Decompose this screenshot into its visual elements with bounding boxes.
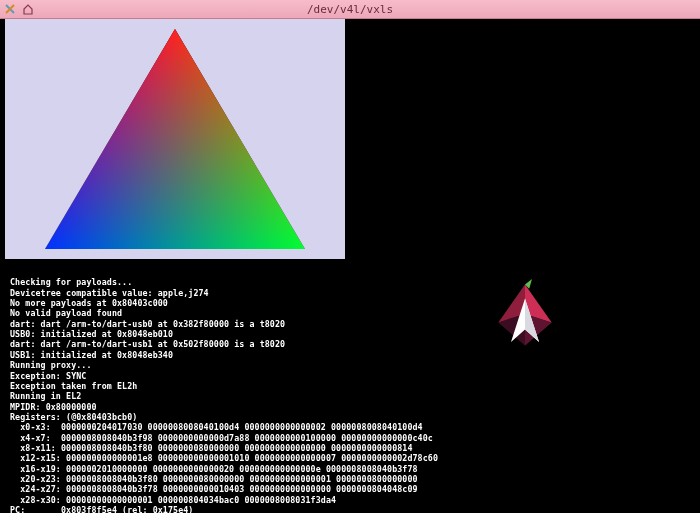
window-title: /dev/v4l/vxls	[0, 3, 700, 16]
window-menu-icon[interactable]	[4, 3, 16, 15]
gl-render-panel	[5, 19, 345, 259]
content-area: Checking for payloads... Devicetree comp…	[0, 19, 700, 513]
asahi-logo-icon	[490, 279, 560, 349]
titlebar: /dev/v4l/vxls	[0, 0, 700, 19]
console-output: Checking for payloads... Devicetree comp…	[10, 277, 410, 513]
home-icon[interactable]	[22, 3, 34, 15]
